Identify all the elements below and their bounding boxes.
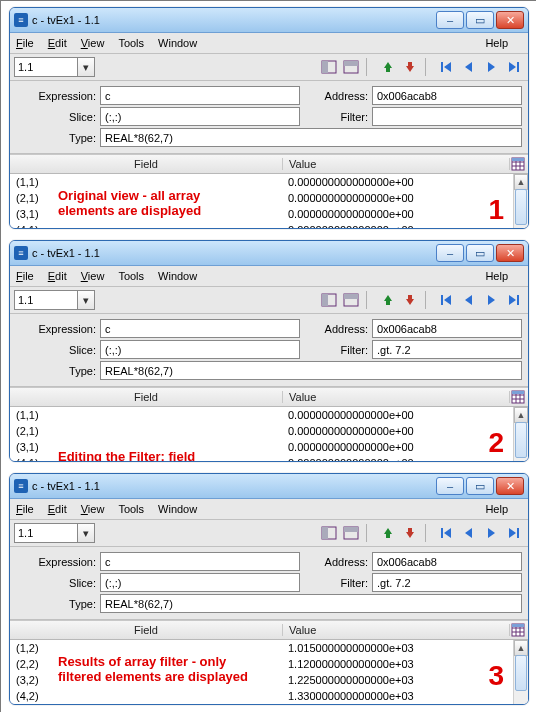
expression-input[interactable] <box>100 552 300 571</box>
layout-left-icon[interactable] <box>319 57 339 77</box>
menu-window[interactable]: Window <box>158 503 197 515</box>
layout-top-icon[interactable] <box>341 57 361 77</box>
index-input[interactable] <box>14 523 78 543</box>
type-input[interactable] <box>100 128 522 147</box>
titlebar[interactable]: ≡c - tvEx1 - 1.1–▭✕ <box>10 241 528 266</box>
scroll-up-button[interactable]: ▲ <box>514 407 528 423</box>
maximize-button[interactable]: ▭ <box>466 477 494 495</box>
layout-left-icon[interactable] <box>319 523 339 543</box>
menu-tools[interactable]: Tools <box>118 503 144 515</box>
table-row[interactable]: (1,1)0.000000000000000e+00 <box>10 407 528 423</box>
filter-input[interactable] <box>372 107 522 126</box>
index-dropdown-button[interactable]: ▾ <box>78 523 95 543</box>
move-down-icon[interactable] <box>400 290 420 310</box>
filter-input[interactable] <box>372 573 522 592</box>
slice-input[interactable] <box>100 340 300 359</box>
table-row[interactable]: (2,1)0.000000000000000e+00 <box>10 423 528 439</box>
col-field-header[interactable]: Field <box>10 391 283 403</box>
maximize-button[interactable]: ▭ <box>466 244 494 262</box>
index-dropdown-button[interactable]: ▾ <box>78 290 95 310</box>
grid-options-icon[interactable] <box>510 622 526 638</box>
close-button[interactable]: ✕ <box>496 244 524 262</box>
scroll-up-button[interactable]: ▲ <box>514 640 528 656</box>
move-up-icon[interactable] <box>378 57 398 77</box>
menu-view[interactable]: View <box>81 503 105 515</box>
menu-edit[interactable]: Edit <box>48 37 67 49</box>
expression-input[interactable] <box>100 86 300 105</box>
menu-edit[interactable]: Edit <box>48 503 67 515</box>
table-row[interactable]: (2,1)0.000000000000000e+00 <box>10 190 528 206</box>
menu-edit[interactable]: Edit <box>48 270 67 282</box>
menu-window[interactable]: Window <box>158 270 197 282</box>
close-button[interactable]: ✕ <box>496 11 524 29</box>
index-input[interactable] <box>14 57 78 77</box>
table-row[interactable]: (3,1)0.000000000000000e+00 <box>10 206 528 222</box>
nav-last-icon[interactable] <box>503 57 523 77</box>
scroll-thumb[interactable] <box>515 655 527 691</box>
nav-first-icon[interactable] <box>437 523 457 543</box>
maximize-button[interactable]: ▭ <box>466 11 494 29</box>
nav-prev-icon[interactable] <box>459 57 479 77</box>
nav-first-icon[interactable] <box>437 57 457 77</box>
address-input[interactable] <box>372 552 522 571</box>
layout-top-icon[interactable] <box>341 523 361 543</box>
menu-help[interactable]: Help <box>485 270 508 282</box>
table-row[interactable]: (3,1)0.000000000000000e+00 <box>10 439 528 455</box>
table-row[interactable]: (1,1)0.000000000000000e+00 <box>10 174 528 190</box>
address-input[interactable] <box>372 319 522 338</box>
nav-last-icon[interactable] <box>503 523 523 543</box>
menu-window[interactable]: Window <box>158 37 197 49</box>
scroll-down-button[interactable]: ▼ <box>514 228 528 229</box>
filter-input[interactable] <box>372 340 522 359</box>
nav-prev-icon[interactable] <box>459 523 479 543</box>
minimize-button[interactable]: – <box>436 244 464 262</box>
menu-tools[interactable]: Tools <box>118 270 144 282</box>
col-value-header[interactable]: Value <box>283 624 510 636</box>
minimize-button[interactable]: – <box>436 477 464 495</box>
move-up-icon[interactable] <box>378 290 398 310</box>
type-input[interactable] <box>100 594 522 613</box>
move-down-icon[interactable] <box>400 523 420 543</box>
grid-options-icon[interactable] <box>510 156 526 172</box>
move-down-icon[interactable] <box>400 57 420 77</box>
menu-file[interactable]: File <box>16 37 34 49</box>
index-dropdown-button[interactable]: ▾ <box>78 57 95 77</box>
vertical-scrollbar[interactable]: ▲▼ <box>513 407 528 462</box>
menu-tools[interactable]: Tools <box>118 37 144 49</box>
scroll-thumb[interactable] <box>515 422 527 458</box>
nav-last-icon[interactable] <box>503 290 523 310</box>
table-row[interactable]: (1,2)1.015000000000000e+03 <box>10 640 528 656</box>
menu-view[interactable]: View <box>81 37 105 49</box>
table-row[interactable]: (2,2)1.120000000000000e+03 <box>10 656 528 672</box>
table-row[interactable]: (4,1)0.000000000000000e+00 <box>10 222 528 229</box>
expression-input[interactable] <box>100 319 300 338</box>
index-input[interactable] <box>14 290 78 310</box>
scroll-down-button[interactable]: ▼ <box>514 461 528 462</box>
minimize-button[interactable]: – <box>436 11 464 29</box>
menu-help[interactable]: Help <box>485 503 508 515</box>
scroll-thumb[interactable] <box>515 189 527 225</box>
table-row[interactable]: (5,2)1.435000000000000e+03 <box>10 704 528 705</box>
slice-input[interactable] <box>100 573 300 592</box>
nav-next-icon[interactable] <box>481 290 501 310</box>
titlebar[interactable]: ≡c - tvEx1 - 1.1–▭✕ <box>10 8 528 33</box>
table-row[interactable]: (4,2)1.330000000000000e+03 <box>10 688 528 704</box>
col-value-header[interactable]: Value <box>283 158 510 170</box>
table-row[interactable]: (3,2)1.225000000000000e+03 <box>10 672 528 688</box>
titlebar[interactable]: ≡c - tvEx1 - 1.1–▭✕ <box>10 474 528 499</box>
slice-input[interactable] <box>100 107 300 126</box>
nav-next-icon[interactable] <box>481 523 501 543</box>
menu-help[interactable]: Help <box>485 37 508 49</box>
layout-left-icon[interactable] <box>319 290 339 310</box>
col-field-header[interactable]: Field <box>10 158 283 170</box>
nav-prev-icon[interactable] <box>459 290 479 310</box>
nav-first-icon[interactable] <box>437 290 457 310</box>
move-up-icon[interactable] <box>378 523 398 543</box>
menu-file[interactable]: File <box>16 503 34 515</box>
vertical-scrollbar[interactable]: ▲▼ <box>513 640 528 705</box>
scroll-down-button[interactable]: ▼ <box>514 704 528 705</box>
vertical-scrollbar[interactable]: ▲▼ <box>513 174 528 229</box>
type-input[interactable] <box>100 361 522 380</box>
col-field-header[interactable]: Field <box>10 624 283 636</box>
col-value-header[interactable]: Value <box>283 391 510 403</box>
